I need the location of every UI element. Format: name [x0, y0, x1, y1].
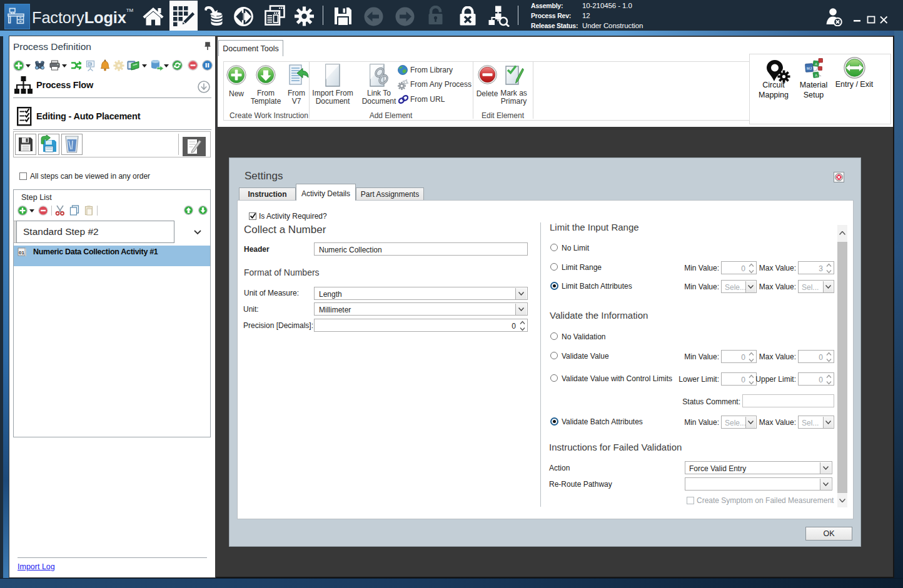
svg-text:01: 01 [19, 250, 24, 256]
svg-text:MJ: MJ [807, 66, 812, 71]
